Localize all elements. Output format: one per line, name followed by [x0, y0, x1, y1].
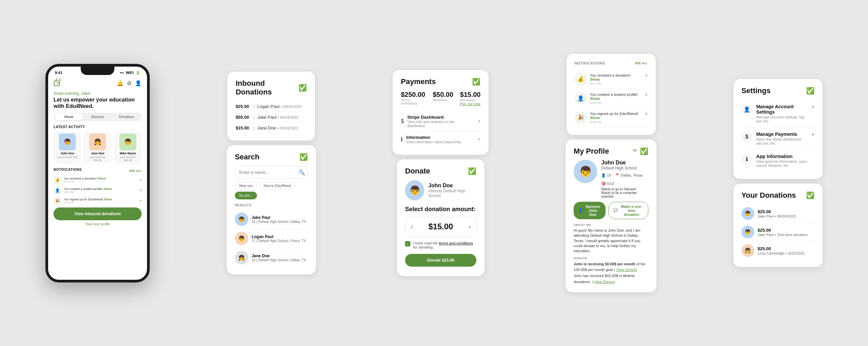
- view-donors-link-2[interactable]: View Donors: [594, 280, 615, 284]
- notif-panel-msg-0: You received a donation! Show: [590, 73, 641, 82]
- payment-link-0[interactable]: $ Stripe Dashboard View info and statist…: [401, 111, 480, 131]
- notif-panel-action-2[interactable]: ↗: [644, 112, 648, 116]
- info-icon: ℹ: [401, 136, 403, 143]
- search-input-row[interactable]: 🔍: [235, 166, 308, 179]
- donation-name-2: Jane Doe • 09/24/2023: [257, 125, 298, 130]
- profile-card-actions: ✏ ✅: [633, 147, 648, 155]
- activity-name-2: Mike Myers: [116, 152, 140, 155]
- profile-edit-icon[interactable]: ✏: [633, 147, 637, 155]
- payment-link-1[interactable]: ℹ Information View information about pay…: [401, 131, 480, 147]
- your-donations-card: Your Donations ✅ 👦 $25.00 Jake Paul • 09…: [734, 184, 823, 267]
- notif-msg-1: You created a student profile!: [64, 187, 103, 191]
- amount-increase-button[interactable]: ›: [469, 223, 471, 230]
- profile-card: My Profile ✏ ✅ 👦 John Doe Default High S…: [565, 139, 656, 292]
- notif-panel-action-1[interactable]: ↗: [644, 92, 648, 97]
- profile-goal-0: Wants to go to Harvard: [601, 187, 648, 191]
- view-donors-link-1[interactable]: View Donors: [616, 268, 637, 272]
- view-donations-button[interactable]: View inbound donations: [54, 208, 142, 220]
- your-donation-amount-0: $25.00: [758, 209, 796, 214]
- profile-stat-goal: 🎯 6/13: [601, 182, 614, 186]
- notif-panel-time-1: 8:25 PM: [590, 101, 641, 104]
- notif-panel-time-2: 8:19 PM: [590, 120, 641, 124]
- your-donation-row-1[interactable]: 👦 $25.00 Jake Paul • One-time donation: [742, 223, 814, 242]
- activity-card-2[interactable]: 👦 Mike Myers just received $30.00: [114, 131, 142, 164]
- activity-name-0: John Doe: [56, 152, 79, 155]
- phone-see-all[interactable]: SEE ALL: [129, 169, 142, 172]
- view-profile-link[interactable]: View your profile: [54, 222, 142, 226]
- notif-show-2[interactable]: Show: [104, 198, 112, 201]
- settings-item-0[interactable]: 👤 Manage Account Settings Manage account…: [742, 100, 814, 127]
- terms-text: I have read the terms and conditions for…: [413, 241, 476, 249]
- filter-new[interactable]: New to Edu4Need: [259, 182, 295, 190]
- settings-text-1: Manage Payments Open the Stripe dashboar…: [756, 131, 807, 145]
- activity-card-0[interactable]: 👦 John Doe just received $20: [54, 131, 81, 164]
- donate-avatar: 👦: [405, 180, 424, 200]
- result-item-0[interactable]: 👦 Jake Paul 16 | Default High School | D…: [235, 210, 308, 229]
- search-input[interactable]: [239, 170, 296, 175]
- nav-tab-discover[interactable]: Discover: [83, 113, 112, 120]
- user-icon[interactable]: 👤: [135, 80, 142, 87]
- donate-profile: 👦 John Doe Attends Default High School: [405, 180, 476, 200]
- search-filter-row: Near you New to Edu4Need No don...: [235, 182, 308, 199]
- settings-item-2[interactable]: ℹ App Information View general informati…: [742, 150, 814, 171]
- donation-date-2: • 09/24/2023: [277, 126, 298, 130]
- notif-action-1[interactable]: ↗: [139, 189, 142, 192]
- notif-show-0[interactable]: Show: [98, 177, 106, 180]
- payment-link-text-0: Stripe Dashboard View info and statistic…: [407, 115, 474, 128]
- notif-panel-show-2[interactable]: Show: [590, 116, 600, 120]
- payment-link-text-1: Information View information about payme…: [406, 135, 474, 144]
- profile-actions-row: 👤 Sponsor John Doe 💬 Make a one-time don…: [574, 202, 648, 219]
- search-card: Search ✅ 🔍 Near you New to Edu4Need No d…: [227, 145, 316, 274]
- gear-icon[interactable]: ⚙: [127, 80, 131, 87]
- donation-item-0: $25.00 | Logan Paul • 09/24/2023: [236, 101, 307, 112]
- balance-value: $15.00: [460, 91, 480, 98]
- notif-panel-show-1[interactable]: Show: [590, 96, 600, 100]
- inbound-donations-card: Inbound Donations ✅ $25.00 | Logan Paul …: [227, 72, 315, 140]
- donation-name-1: Jake Paul • 09/24/2023: [257, 115, 299, 120]
- your-donation-row-0[interactable]: 👦 $25.00 Jake Paul • 09/24/2023: [742, 205, 814, 223]
- profile-info: John Doe Default High School 👤 16 📍 Dall…: [601, 160, 648, 198]
- notif-show-1[interactable]: Show: [104, 187, 112, 191]
- notif-panel-time-0: 8:27 PM: [590, 82, 641, 86]
- notif-panel-action-0[interactable]: ↗: [644, 73, 648, 78]
- terms-link[interactable]: terms and conditions: [439, 241, 473, 245]
- activity-avatar-1: 👧: [89, 133, 106, 150]
- app-header-icons: 🔔 ⚙ 👤: [117, 80, 142, 87]
- sponsor-button[interactable]: 👤 Sponsor John Doe: [574, 202, 606, 219]
- result-item-1[interactable]: 👦 Logan Paul 17 | Default High School | …: [235, 229, 308, 248]
- notif-panel-see-all[interactable]: SEE ALL: [635, 62, 648, 65]
- phone-notif-2: 🎉 You signed up for Edu4Need! Show 8:19 …: [54, 197, 142, 205]
- activity-card-1[interactable]: 👧 Jane Doe just received $50.00: [84, 131, 111, 164]
- info-sub: View information about payments.: [406, 140, 474, 144]
- bell-icon[interactable]: 🔔: [117, 80, 123, 87]
- donate-once-button[interactable]: 💬 Make a one-time donation: [608, 202, 648, 219]
- result-item-2[interactable]: 👧 Jane Doe 16 | Default High School | Da…: [235, 248, 308, 267]
- notif-panel-show-0[interactable]: Show: [590, 77, 600, 82]
- notif-panel-icon-0: 💰: [575, 73, 587, 86]
- result-sub-0: 16 | Default High School | Dallas, TX: [252, 220, 306, 224]
- filter-no-don[interactable]: No don...: [235, 192, 257, 199]
- activity-sub-1: just received $50.00: [86, 156, 109, 162]
- balance-label: BALANCE: [460, 98, 480, 102]
- your-donation-row-2[interactable]: 👧 $25.00 Lucy Cambridge • 3/22/2023: [742, 242, 814, 259]
- settings-item-1[interactable]: $ Manage Payments Open the Stripe dashbo…: [742, 127, 814, 150]
- amount-decrease-button[interactable]: ‹: [411, 223, 413, 230]
- activity-avatar-2: 👦: [119, 133, 136, 150]
- result-avatar-2: 👧: [235, 251, 248, 264]
- terms-checkbox[interactable]: ✓: [405, 241, 410, 247]
- pay-out-link[interactable]: Pay out now: [460, 102, 480, 106]
- filter-near-you[interactable]: Near you: [235, 182, 257, 190]
- settings-check-icon: ✅: [806, 87, 814, 95]
- notif-action-2[interactable]: ↗: [139, 199, 142, 203]
- nav-tab-donations[interactable]: Donations: [112, 113, 141, 120]
- donate-button[interactable]: Donate $15.00: [405, 254, 476, 266]
- search-icon[interactable]: 🔍: [299, 169, 305, 176]
- notif-icon-1: 👤: [54, 187, 62, 195]
- donate-card: Donate ✅ 👦 John Doe Attends Default High…: [397, 159, 485, 276]
- donation-item-1: $55.00 | Jake Paul • 09/24/2023: [236, 112, 307, 123]
- nav-tab-home[interactable]: Home: [54, 113, 83, 120]
- notif-panel-header: NOTIFICATIONS SEE ALL: [575, 61, 648, 65]
- notif-action-0[interactable]: ↗: [139, 178, 142, 182]
- profile-stat-age: 👤 16: [601, 173, 611, 178]
- pending-value: $50.00: [433, 91, 453, 98]
